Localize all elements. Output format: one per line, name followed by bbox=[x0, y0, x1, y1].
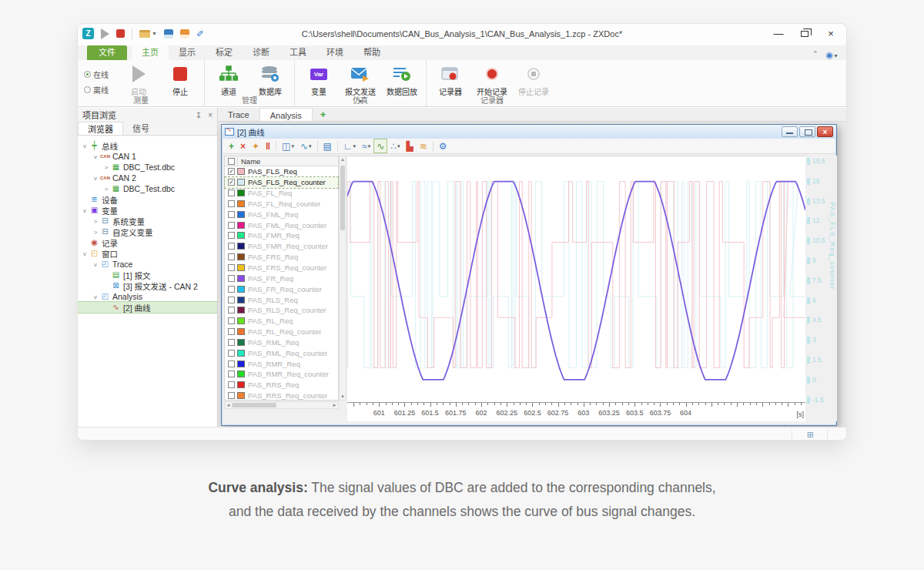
tab-browser[interactable]: 浏览器 bbox=[78, 122, 123, 135]
language-globe-icon[interactable]: ◉▼ bbox=[825, 47, 839, 61]
save-icon[interactable]: ▤ bbox=[321, 139, 334, 153]
statistics-icon[interactable]: ▙ bbox=[403, 139, 415, 153]
signal-row[interactable]: PAS_RL_Req bbox=[225, 316, 338, 327]
signal-checkbox[interactable] bbox=[228, 200, 235, 207]
signal-color-swatch[interactable] bbox=[237, 350, 245, 357]
tree-item[interactable]: vCANCAN 2 bbox=[78, 173, 217, 183]
signal-color-swatch[interactable] bbox=[237, 392, 245, 399]
signal-list-vscrollbar[interactable]: ▲ ▼ bbox=[339, 156, 346, 401]
signal-color-swatch[interactable] bbox=[237, 168, 245, 175]
tree-item[interactable]: ▤[1] 报文 bbox=[78, 270, 217, 280]
signal-row[interactable]: PAS_RML_Req bbox=[225, 337, 338, 348]
close-button[interactable]: × bbox=[822, 27, 840, 41]
tree-item[interactable]: >▦DBC_Test.dbc bbox=[78, 162, 217, 173]
signal-color-swatch[interactable] bbox=[237, 264, 245, 271]
panel-close-icon[interactable]: × bbox=[208, 111, 213, 119]
tree-item[interactable]: ≣设备 bbox=[78, 194, 217, 205]
signal-row[interactable]: ✓PAS_FLS_Req bbox=[225, 166, 338, 177]
curve-minimize-button[interactable] bbox=[782, 126, 798, 137]
signal-row[interactable]: PAS_FL_Req_counter bbox=[225, 199, 338, 210]
status-grid-icon[interactable]: ⊞ bbox=[807, 430, 814, 440]
curve-close-button[interactable]: × bbox=[817, 126, 833, 137]
zoom-axes-icon[interactable]: ∟▾ bbox=[341, 139, 358, 153]
signal-row[interactable]: PAS_RML_Req_counter bbox=[225, 347, 338, 358]
signal-row[interactable]: PAS_RMR_Req bbox=[225, 358, 338, 369]
signal-checkbox[interactable] bbox=[228, 297, 235, 303]
clear-icon[interactable]: ✦ bbox=[249, 139, 262, 153]
tree-item[interactable]: v▣变量 bbox=[78, 205, 217, 216]
select-all-checkbox[interactable] bbox=[228, 158, 235, 165]
signal-color-swatch[interactable] bbox=[237, 243, 245, 250]
signal-checkbox[interactable] bbox=[228, 307, 235, 314]
signal-row[interactable]: PAS_FL_Req bbox=[225, 188, 338, 199]
tree-item[interactable]: >⊟系统变量 bbox=[78, 216, 217, 226]
online-radio[interactable]: 在线 bbox=[84, 69, 115, 80]
tab-environment[interactable]: 环境 bbox=[316, 45, 353, 60]
signal-color-swatch[interactable] bbox=[237, 328, 245, 335]
scroll-right-icon[interactable]: ► bbox=[331, 403, 338, 407]
restore-button[interactable] bbox=[801, 31, 808, 37]
tree-item[interactable]: ∿[2] 曲线 bbox=[78, 302, 217, 313]
tree-expander-icon[interactable]: v bbox=[92, 261, 99, 268]
hscroll-thumb[interactable] bbox=[232, 403, 276, 407]
tab-help[interactable]: 帮助 bbox=[353, 45, 390, 60]
settings-gear-icon[interactable]: ⚙ bbox=[437, 139, 450, 153]
tree-expander-icon[interactable]: > bbox=[102, 164, 110, 171]
sample-points-icon[interactable]: ∴▾ bbox=[388, 139, 402, 153]
tab-calibration[interactable]: 标定 bbox=[206, 45, 243, 60]
tree-item[interactable]: ◉记录 bbox=[78, 237, 217, 248]
tree-item[interactable]: v◰窗口 bbox=[78, 248, 217, 259]
signal-color-swatch[interactable] bbox=[237, 211, 245, 218]
add-tab-button[interactable]: + bbox=[313, 108, 334, 121]
tree-expander-icon[interactable]: v bbox=[81, 142, 89, 149]
tab-display[interactable]: 显示 bbox=[169, 45, 206, 60]
signal-row[interactable]: PAS_RLS_Req bbox=[225, 294, 338, 305]
tab-signal[interactable]: 信号 bbox=[123, 122, 159, 135]
data-replay-button[interactable]: 数据回放 bbox=[384, 62, 420, 97]
signal-color-swatch[interactable] bbox=[237, 307, 245, 314]
remove-signal-icon[interactable]: × bbox=[238, 139, 248, 153]
signal-checkbox[interactable] bbox=[228, 286, 235, 293]
signal-color-swatch[interactable] bbox=[237, 381, 245, 388]
scroll-left-icon[interactable]: ◄ bbox=[225, 403, 232, 407]
tree-item[interactable]: v┿总线 bbox=[78, 140, 217, 151]
signal-row[interactable]: PAS_RRS_Req_counter bbox=[225, 391, 338, 401]
signal-checkbox[interactable] bbox=[228, 264, 235, 271]
pause-icon[interactable]: ‖ bbox=[263, 139, 273, 153]
signal-checkbox[interactable] bbox=[228, 350, 235, 357]
signal-checkbox[interactable] bbox=[228, 243, 235, 250]
signal-color-swatch[interactable] bbox=[237, 253, 245, 260]
signal-row[interactable]: PAS_RLS_Req_counter bbox=[225, 305, 338, 316]
scroll-up-icon[interactable]: ▲ bbox=[340, 157, 346, 162]
signal-checkbox[interactable] bbox=[228, 253, 235, 260]
tree-expander-icon[interactable]: v bbox=[92, 293, 99, 300]
tree-expander-icon[interactable]: > bbox=[92, 229, 99, 236]
signal-checkbox[interactable] bbox=[228, 360, 235, 367]
curve-window-titlebar[interactable]: [2] 曲线 × bbox=[222, 125, 836, 139]
signal-checkbox[interactable] bbox=[228, 189, 235, 196]
tree-item[interactable]: >⊟自定义变量 bbox=[78, 226, 217, 237]
curve-style-icon[interactable]: ∿▾ bbox=[298, 139, 314, 153]
signal-row[interactable]: PAS_RRS_Req bbox=[225, 380, 338, 391]
signal-checkbox[interactable] bbox=[228, 317, 235, 324]
signal-row[interactable]: PAS_RL_Req_counter bbox=[225, 327, 338, 337]
pin-icon[interactable]: ↧ bbox=[196, 111, 202, 119]
signal-color-swatch[interactable] bbox=[237, 200, 245, 207]
signal-row[interactable]: PAS_FRS_Req bbox=[225, 252, 338, 263]
workspace-tab-trace[interactable]: Trace bbox=[218, 108, 259, 121]
tree-expander-icon[interactable]: v bbox=[81, 207, 89, 214]
signal-color-swatch[interactable] bbox=[237, 286, 245, 293]
signal-color-swatch[interactable] bbox=[237, 275, 245, 282]
signal-color-swatch[interactable] bbox=[237, 370, 245, 377]
signal-checkbox[interactable] bbox=[228, 328, 235, 335]
tree-item[interactable]: ⊠[3] 报文发送 - CAN 2 bbox=[78, 280, 217, 291]
signal-checkbox[interactable] bbox=[228, 275, 235, 282]
tree-expander-icon[interactable]: v bbox=[92, 175, 99, 182]
chart-plot[interactable] bbox=[347, 156, 805, 402]
tree-expander-icon[interactable]: v bbox=[92, 153, 99, 160]
fit-view-icon[interactable]: ∿ bbox=[374, 139, 387, 153]
signal-row[interactable]: PAS_FRS_Req_counter bbox=[225, 263, 338, 273]
signal-color-swatch[interactable] bbox=[237, 189, 245, 196]
signal-row[interactable]: PAS_FR_Req bbox=[225, 273, 338, 283]
signal-checkbox[interactable]: ✓ bbox=[228, 179, 235, 186]
